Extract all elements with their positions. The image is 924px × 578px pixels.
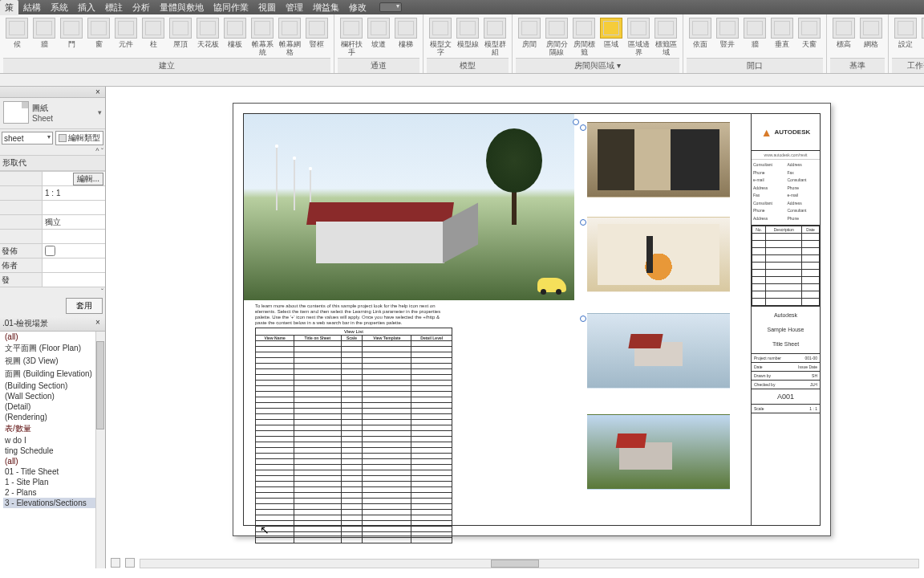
edit-type-button[interactable]: 編輯類型 — [55, 131, 103, 145]
tree-item[interactable]: (Building Section) — [3, 381, 105, 391]
ribbon-button[interactable]: 牆 — [741, 16, 768, 58]
viewport-render-1[interactable] — [587, 122, 730, 197]
property-value[interactable]: 1 : 1 — [42, 186, 105, 200]
project-browser-tree[interactable]: (all)文平面圖 (Floor Plan)視圖 (3D View)面圖 (Bu… — [0, 331, 105, 568]
ribbon-button[interactable]: 候 — [3, 16, 30, 58]
menu-item[interactable]: 系統 — [46, 0, 73, 15]
property-row[interactable]: 佈者 — [0, 258, 105, 273]
pin-icon[interactable] — [580, 315, 586, 322]
drawing-area[interactable]: Autodesk® Revit® Basic Sample Project — [106, 87, 924, 568]
ribbon-button[interactable]: 網格 — [857, 16, 885, 58]
menu-item[interactable]: 協同作業 — [209, 0, 253, 15]
viewport-render-2[interactable] — [587, 217, 730, 292]
ribbon-button[interactable]: 區域邊界 — [625, 16, 652, 58]
scrollbar-thumb[interactable] — [96, 341, 104, 429]
pin-icon[interactable] — [580, 219, 586, 226]
tree-group[interactable]: (all) — [3, 456, 105, 466]
ribbon-button[interactable]: 柱 — [140, 16, 167, 58]
property-row[interactable]: 發佈 — [0, 244, 105, 258]
tree-item[interactable]: (Wall Section) — [3, 391, 105, 401]
property-value[interactable] — [42, 273, 105, 287]
property-row[interactable]: 1 : 1 — [0, 186, 105, 201]
property-row[interactable]: 編輯... — [0, 172, 105, 186]
ribbon-button[interactable]: 豎框 — [303, 16, 330, 58]
property-value[interactable] — [42, 244, 105, 258]
close-icon[interactable]: × — [93, 88, 103, 96]
property-value[interactable] — [42, 258, 105, 272]
ribbon-button[interactable]: 模型線 — [454, 16, 481, 58]
menu-item[interactable]: 結構 — [18, 0, 46, 15]
property-row[interactable] — [0, 201, 105, 215]
ribbon-button[interactable]: 門 — [58, 16, 85, 58]
ribbon-button[interactable]: 樓板 — [221, 16, 249, 58]
ribbon-panel-title[interactable]: 模型 — [427, 58, 509, 73]
tree-item[interactable]: 2 - Plans — [3, 487, 105, 498]
tree-item[interactable]: 面圖 (Building Elevation) — [3, 368, 105, 381]
pin-icon[interactable] — [573, 119, 579, 125]
property-row[interactable]: 發 — [0, 273, 105, 287]
property-value[interactable]: 獨立 — [42, 215, 105, 229]
tree-item[interactable]: 文平面圖 (Floor Plan) — [3, 342, 105, 355]
ribbon-panel-title[interactable]: 建立 — [3, 58, 330, 73]
ribbon-button[interactable]: 屋頂 — [167, 16, 194, 58]
viewport-3d-main[interactable] — [244, 114, 574, 300]
ribbon-button[interactable]: 帷幕網格 — [276, 16, 303, 58]
tree-item[interactable]: 1 - Site Plan — [3, 477, 105, 487]
ribbon-button[interactable]: 欄杆扶手 — [338, 16, 365, 58]
ribbon-button[interactable]: 帷幕系統 — [249, 16, 276, 58]
ribbon-button[interactable]: 房間標籤 — [570, 16, 598, 58]
ribbon-button[interactable]: 天花板 — [194, 16, 221, 58]
ribbon-button[interactable]: 牆 — [30, 16, 58, 58]
tree-group[interactable]: (all) — [3, 332, 105, 342]
tree-item[interactable]: ting Schedule — [3, 446, 105, 456]
sun-icon[interactable] — [125, 558, 135, 568]
scrollbar[interactable] — [95, 332, 105, 568]
zoom-icon[interactable] — [111, 558, 120, 568]
close-icon[interactable]: × — [93, 318, 103, 329]
ribbon-button[interactable]: 天窗 — [796, 16, 823, 58]
ribbon-button[interactable]: 模型群組 — [481, 16, 509, 58]
ribbon-button[interactable]: 元件 — [112, 16, 140, 58]
menu-item[interactable]: 插入 — [73, 0, 100, 15]
property-value[interactable] — [42, 230, 105, 243]
ribbon-panel-title[interactable]: 房間與區域 ▾ — [516, 58, 679, 73]
apply-button[interactable]: 套用 — [66, 298, 103, 314]
view-list-schedule[interactable]: View ListView NameTitle on SheetScaleVie… — [255, 328, 452, 543]
checkbox[interactable] — [45, 246, 55, 256]
tree-item[interactable]: (Rendering) — [3, 412, 105, 422]
tree-item[interactable]: 01 - Title Sheet — [3, 466, 105, 477]
menu-item[interactable]: 增益集 — [308, 0, 344, 15]
ribbon-button[interactable]: 模型文字 — [427, 16, 454, 58]
tree-group[interactable]: 表/數量 — [3, 422, 105, 435]
ribbon-panel-title[interactable]: 工作平 — [892, 58, 924, 73]
viewport-section[interactable] — [587, 313, 730, 389]
title-block[interactable]: ▲AUTODESK www.autodesk.com/revit Consult… — [751, 114, 820, 525]
menu-item[interactable]: 管理 — [281, 0, 308, 15]
property-row[interactable] — [0, 230, 105, 244]
scrollbar-thumb[interactable] — [491, 560, 539, 568]
collapse-icon[interactable]: ^ ˇ — [0, 147, 105, 155]
ribbon-button[interactable]: 房間分隔線 — [543, 16, 570, 58]
menu-item[interactable]: 策 — [0, 0, 18, 15]
sheet-view[interactable]: Autodesk® Revit® Basic Sample Project — [233, 103, 831, 536]
menu-item[interactable]: 分析 — [128, 0, 155, 15]
panel-dropdown-icon[interactable] — [379, 2, 402, 12]
horizontal-scrollbar[interactable] — [140, 559, 919, 568]
ribbon-button[interactable]: 設定 — [892, 16, 919, 58]
ribbon-button[interactable]: 顯 — [919, 16, 924, 58]
viewport-exterior[interactable] — [587, 414, 730, 490]
ribbon-panel-title[interactable]: 通道 — [338, 58, 419, 73]
ribbon-button[interactable]: 標高 — [830, 16, 857, 58]
tree-item[interactable]: 3 - Elevations/Sections — [3, 498, 105, 508]
ribbon-button[interactable]: 坡道 — [365, 16, 392, 58]
ribbon-button[interactable]: 窗 — [85, 16, 112, 58]
menu-item[interactable]: 量體與敷地 — [155, 0, 209, 15]
ribbon-panel-title[interactable]: 基準 — [830, 58, 885, 73]
ribbon-panel-title[interactable]: 開口 — [687, 58, 823, 73]
ribbon-button[interactable]: 垂直 — [768, 16, 796, 58]
tree-item[interactable]: (Detail) — [3, 401, 105, 412]
property-value[interactable]: 編輯... — [42, 172, 105, 185]
edit-button[interactable]: 編輯... — [73, 173, 103, 185]
pin-icon[interactable] — [580, 124, 586, 131]
menu-item[interactable]: 標註 — [100, 0, 128, 15]
